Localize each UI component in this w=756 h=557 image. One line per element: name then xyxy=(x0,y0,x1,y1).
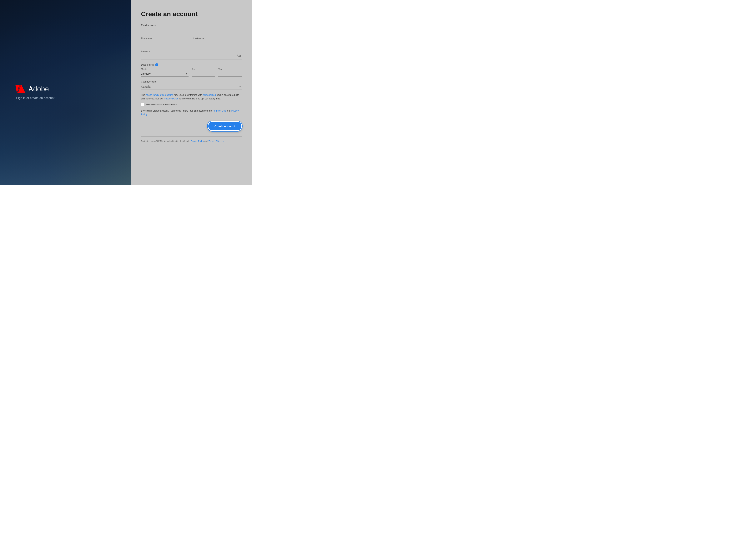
country-label: Country/Region xyxy=(141,80,242,83)
email-label: Email address xyxy=(141,24,242,27)
first-name-input[interactable] xyxy=(141,40,190,46)
month-col: Month January February March April May J… xyxy=(141,68,188,77)
country-select[interactable]: Canada United States United Kingdom Aust… xyxy=(141,84,242,89)
year-col: Year xyxy=(218,68,242,77)
divider xyxy=(141,136,242,137)
year-col-label: Year xyxy=(218,68,242,70)
terms-text: By clicking Create account, I agree that… xyxy=(141,109,242,116)
month-select-wrap: January February March April May June Ju… xyxy=(141,71,188,77)
year-input[interactable] xyxy=(218,71,242,77)
last-name-input[interactable] xyxy=(194,40,242,46)
month-select[interactable]: January February March April May June Ju… xyxy=(141,71,188,77)
day-input[interactable] xyxy=(192,71,215,77)
consent-middle: may keep me informed with xyxy=(173,94,203,96)
contact-checkbox[interactable] xyxy=(141,103,144,106)
terms-before: By clicking Create account, I agree that… xyxy=(141,110,212,112)
password-wrap xyxy=(141,54,242,59)
last-name-field-group: Last name xyxy=(194,37,242,46)
country-field-group: Country/Region Canada United States Unit… xyxy=(141,80,242,89)
company-name: Adobe xyxy=(28,85,49,93)
password-label: Password xyxy=(141,50,242,53)
consent-before: The xyxy=(141,94,145,96)
toggle-password-icon[interactable] xyxy=(237,54,241,58)
adobe-logo-group: Adobe xyxy=(16,85,139,93)
form-title: Create an account xyxy=(141,10,242,18)
terms-of-use-link[interactable]: Terms of Use xyxy=(212,110,226,112)
left-panel: Adobe Sign in or create an account xyxy=(0,0,139,185)
privacy-policy-link-consent[interactable]: Privacy Policy xyxy=(164,97,178,100)
contact-checkbox-row: Please contact me via email xyxy=(141,103,242,106)
recaptcha-terms-link[interactable]: Terms of Service xyxy=(208,140,224,142)
recaptcha-before: Protected by reCAPTCHA and subject to th… xyxy=(141,140,191,142)
terms-middle: and xyxy=(226,110,231,112)
email-field-group: Email address xyxy=(141,24,242,33)
last-name-label: Last name xyxy=(194,37,242,40)
create-btn-wrap: Create account xyxy=(141,121,242,131)
recaptcha-text: Protected by reCAPTCHA and subject to th… xyxy=(141,140,242,143)
first-name-field-group: First name xyxy=(141,37,190,46)
adobe-icon xyxy=(16,85,25,93)
month-col-label: Month xyxy=(141,68,188,70)
dob-label-row: Date of birth i xyxy=(141,63,242,66)
password-field-group: Password xyxy=(141,50,242,59)
create-account-button[interactable]: Create account xyxy=(208,121,242,131)
name-row: First name Last name xyxy=(141,37,242,50)
personalized-link[interactable]: personalized xyxy=(203,94,216,96)
country-select-wrap: Canada United States United Kingdom Aust… xyxy=(141,84,242,89)
day-col: Day xyxy=(192,68,215,77)
contact-checkbox-label: Please contact me via email xyxy=(146,103,177,106)
email-input[interactable] xyxy=(141,28,242,33)
dob-row: Month January February March April May J… xyxy=(141,68,242,77)
dob-info-icon[interactable]: i xyxy=(155,63,158,66)
password-input[interactable] xyxy=(141,54,242,59)
consent-text: The Adobe family of companies may keep m… xyxy=(141,93,242,100)
adobe-family-link[interactable]: Adobe family of companies xyxy=(146,94,173,96)
recaptcha-middle: and xyxy=(204,140,208,142)
first-name-label: First name xyxy=(141,37,190,40)
terms-end: . xyxy=(147,113,148,116)
tagline: Sign in or create an account xyxy=(16,96,139,100)
day-col-label: Day xyxy=(192,68,215,70)
recaptcha-privacy-link[interactable]: Privacy Policy xyxy=(191,140,204,142)
consent-end: for more details or to opt-out at any ti… xyxy=(178,97,221,100)
dob-label: Date of birth xyxy=(141,63,153,66)
form-panel: Create an account Email address First na… xyxy=(131,0,252,185)
dob-field-group: Date of birth i Month January February M… xyxy=(141,63,242,77)
